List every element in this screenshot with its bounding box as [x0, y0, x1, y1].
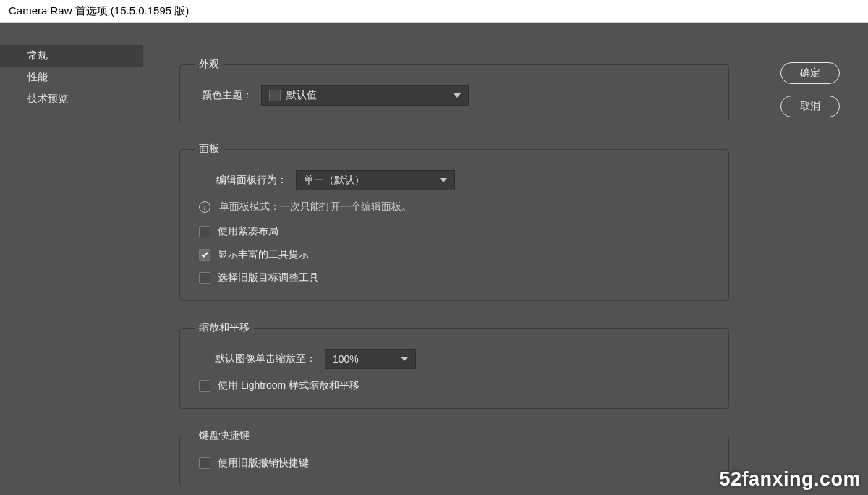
- main-area: 常规 性能 技术预览 外观 颜色主题： 默认值: [0, 23, 868, 495]
- checkbox-icon: [199, 457, 210, 469]
- sidebar-item-label: 性能: [27, 71, 48, 84]
- checkbox-icon: [199, 272, 210, 284]
- panel-behavior-select[interactable]: 单一（默认）: [296, 170, 455, 190]
- sidebar-item-label: 常规: [27, 49, 48, 62]
- checkbox-label: 显示丰富的工具提示: [218, 248, 309, 261]
- content-pane: 外观 颜色主题： 默认值 面板 编辑面板行为： 单一（默认）: [143, 23, 770, 495]
- section-legend: 面板: [195, 143, 224, 156]
- color-theme-select[interactable]: 默认值: [261, 85, 469, 106]
- checkbox-compact-layout[interactable]: 使用紧凑布局: [199, 225, 714, 238]
- checkbox-icon: [199, 226, 210, 237]
- checkbox-rich-tooltips[interactable]: 显示丰富的工具提示: [199, 248, 714, 261]
- color-theme-value: 默认值: [286, 89, 317, 102]
- checkbox-icon: [199, 380, 210, 392]
- checkbox-legacy-target-adjust[interactable]: 选择旧版目标调整工具: [199, 271, 714, 284]
- panel-info-text: 单面板模式：一次只能打开一个编辑面板。: [219, 200, 412, 213]
- default-zoom-select[interactable]: 100%: [325, 349, 416, 369]
- panel-behavior-value: 单一（默认）: [304, 174, 365, 187]
- checkbox-lightroom-zoom[interactable]: 使用 Lightroom 样式缩放和平移: [199, 379, 714, 392]
- info-icon: i: [199, 201, 210, 213]
- checkbox-icon: [199, 249, 210, 261]
- sidebar-item-performance[interactable]: 性能: [0, 67, 143, 88]
- sidebar: 常规 性能 技术预览: [0, 23, 143, 495]
- dialog-buttons: 确定 取消: [770, 23, 868, 495]
- section-zoom-pan: 缩放和平移 默认图像单击缩放至： 100% 使用 Lightroom 样式缩放和…: [179, 321, 729, 409]
- section-legend: 键盘快捷键: [195, 429, 254, 442]
- default-zoom-label: 默认图像单击缩放至：: [195, 352, 325, 365]
- chevron-down-icon: [401, 357, 408, 361]
- section-legend: 缩放和平移: [195, 321, 254, 334]
- sidebar-item-general[interactable]: 常规: [0, 45, 143, 67]
- panel-behavior-label: 编辑面板行为：: [195, 174, 296, 187]
- section-shortcuts: 键盘快捷键 使用旧版撤销快捷键: [179, 429, 729, 486]
- cancel-button[interactable]: 取消: [780, 96, 840, 117]
- section-legend: 外观: [195, 58, 224, 71]
- window-title: Camera Raw 首选项 (15.5.0.1595 版): [9, 4, 189, 18]
- ok-button[interactable]: 确定: [780, 62, 840, 84]
- chevron-down-icon: [440, 178, 447, 182]
- sidebar-item-tech-preview[interactable]: 技术预览: [0, 88, 143, 110]
- sidebar-item-label: 技术预览: [27, 93, 68, 106]
- checkbox-label: 使用紧凑布局: [218, 225, 278, 238]
- checkbox-label: 使用 Lightroom 样式缩放和平移: [218, 379, 359, 392]
- panel-info-row: i 单面板模式：一次只能打开一个编辑面板。: [199, 200, 714, 213]
- checkbox-legacy-undo[interactable]: 使用旧版撤销快捷键: [199, 457, 714, 470]
- section-appearance: 外观 颜色主题： 默认值: [179, 58, 729, 122]
- default-zoom-value: 100%: [333, 353, 359, 365]
- color-swatch-icon: [269, 90, 281, 101]
- watermark-text: 52fanxing.com: [719, 468, 861, 491]
- chevron-down-icon: [454, 93, 461, 98]
- color-theme-label: 颜色主题：: [195, 89, 261, 102]
- checkbox-label: 选择旧版目标调整工具: [218, 271, 319, 284]
- title-bar: Camera Raw 首选项 (15.5.0.1595 版): [0, 0, 868, 23]
- section-panel: 面板 编辑面板行为： 单一（默认） i 单面板模式：一次只能打开一个编辑面板。 …: [179, 143, 729, 301]
- checkbox-label: 使用旧版撤销快捷键: [218, 457, 309, 470]
